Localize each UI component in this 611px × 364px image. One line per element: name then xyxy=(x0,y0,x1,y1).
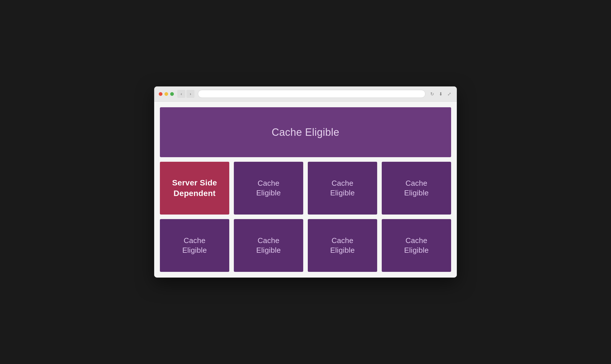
grid-row-2: CacheEligible CacheEligible CacheEligibl… xyxy=(160,219,451,272)
browser-actions: ↻ ⬇ ⤢ xyxy=(429,91,452,97)
nav-buttons: ‹ › xyxy=(177,90,194,98)
grid-cell-text-1-2: CacheEligible xyxy=(256,179,281,198)
browser-titlebar: ‹ › ↻ ⬇ ⤢ xyxy=(154,86,457,102)
grid-cell-2-1: CacheEligible xyxy=(160,219,229,272)
grid-row-1: Server SideDependent CacheEligible Cache… xyxy=(160,162,451,215)
server-side-cell: Server SideDependent xyxy=(160,162,229,215)
browser-content: Cache Eligible Server SideDependent Cach… xyxy=(154,102,457,278)
grid-cell-text-2-3: CacheEligible xyxy=(330,236,355,255)
traffic-light-yellow[interactable] xyxy=(164,92,168,96)
traffic-light-green[interactable] xyxy=(170,92,174,96)
browser-window: ‹ › ↻ ⬇ ⤢ Cache Eligible Server SideDepe… xyxy=(154,86,457,278)
grid-cell-1-2: CacheEligible xyxy=(234,162,303,215)
address-bar[interactable] xyxy=(198,90,425,98)
grid-cell-text-2-2: CacheEligible xyxy=(256,236,281,255)
download-icon[interactable]: ⬇ xyxy=(437,91,444,97)
grid-cell-2-4: CacheEligible xyxy=(382,219,451,272)
back-button[interactable]: ‹ xyxy=(177,90,185,98)
page-layout: Cache Eligible Server SideDependent Cach… xyxy=(160,107,451,272)
forward-button[interactable]: › xyxy=(186,90,194,98)
grid-cell-2-2: CacheEligible xyxy=(234,219,303,272)
grid-cell-text-2-1: CacheEligible xyxy=(182,236,207,255)
hero-banner-text: Cache Eligible xyxy=(272,126,339,138)
traffic-lights xyxy=(159,92,174,96)
server-side-text: Server SideDependent xyxy=(172,178,217,199)
grid-cell-text-2-4: CacheEligible xyxy=(404,236,429,255)
traffic-light-red[interactable] xyxy=(159,92,162,96)
fullscreen-icon[interactable]: ⤢ xyxy=(446,91,452,97)
grid-cell-1-3: CacheEligible xyxy=(308,162,377,215)
grid-cell-2-3: CacheEligible xyxy=(308,219,377,272)
grid-cell-text-1-3: CacheEligible xyxy=(330,179,355,198)
grid-cell-1-4: CacheEligible xyxy=(382,162,451,215)
hero-banner: Cache Eligible xyxy=(160,107,451,157)
refresh-icon[interactable]: ↻ xyxy=(429,91,435,97)
grid-cell-text-1-4: CacheEligible xyxy=(404,179,429,198)
